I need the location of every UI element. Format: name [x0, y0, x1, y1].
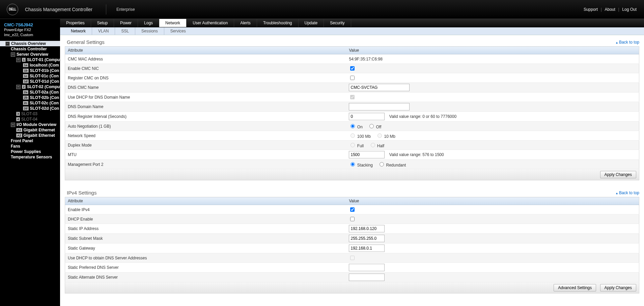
- slot-badge: 3: [16, 112, 20, 116]
- tab-logs[interactable]: Logs: [138, 19, 159, 27]
- tree-item[interactable]: Front Panel: [0, 138, 60, 144]
- tree-label: SLOT-02 (Compute: [27, 84, 60, 90]
- collapse-icon[interactable]: −: [11, 52, 15, 57]
- logout-link[interactable]: Log Out: [622, 7, 637, 12]
- mgmt2-redundant-radio[interactable]: [380, 162, 384, 167]
- collapse-icon[interactable]: −: [5, 42, 10, 46]
- tree-item[interactable]: 1bSLOT-01b (Con: [0, 68, 60, 73]
- tree-item[interactable]: 2bSLOT-02b (Con: [0, 95, 60, 100]
- collapse-icon[interactable]: −: [16, 58, 21, 62]
- tab-troubleshooting[interactable]: Troubleshooting: [257, 19, 299, 27]
- static-ip-input[interactable]: [349, 225, 385, 232]
- location: Imc_e22, Custom: [4, 32, 56, 37]
- subtab-services[interactable]: Services: [164, 27, 192, 35]
- preferred-dns-input[interactable]: [349, 264, 385, 271]
- tab-properties[interactable]: Properties: [60, 19, 91, 27]
- tab-security[interactable]: Security: [324, 19, 351, 27]
- tree-item[interactable]: 2dSLOT-02d (Con: [0, 106, 60, 111]
- register-dns-checkbox[interactable]: [350, 76, 355, 80]
- tab-alerts[interactable]: Alerts: [234, 19, 257, 27]
- row-label: DNS CMC Name: [65, 83, 346, 93]
- tree-item[interactable]: Temperature Sensors: [0, 154, 60, 160]
- slot-badge: A1: [16, 128, 22, 132]
- tree-item[interactable]: A2Gigabit Ethernet: [0, 133, 60, 138]
- tree-label: Front Panel: [11, 138, 33, 144]
- tree-label: Power Supplies: [11, 149, 41, 154]
- tree-item[interactable]: −2SLOT-02 (Compute: [0, 84, 60, 90]
- tree-item[interactable]: −Chassis Overview: [0, 41, 60, 46]
- collapse-icon[interactable]: −: [16, 85, 21, 89]
- row-label: Use DHCP to obtain DNS Server Addresses: [65, 253, 346, 263]
- apply-changes-button[interactable]: Apply Changes: [600, 171, 636, 178]
- tree-item[interactable]: 4SLOT-04: [0, 117, 60, 122]
- tree-item[interactable]: 2aSLOT-02a (Con: [0, 90, 60, 95]
- row-label: Static Alternate DNS Server: [65, 273, 346, 282]
- tree-item[interactable]: −1SLOT-01 (Compute: [0, 57, 60, 62]
- tree-label: SLOT-02a (Con: [30, 90, 59, 95]
- tree-item[interactable]: Power Supplies: [0, 149, 60, 154]
- context-header: CMC-7S6J942 PowerEdge FX2 Imc_e22, Custo…: [0, 19, 60, 40]
- tree-item[interactable]: Chassis Controller: [0, 46, 60, 52]
- enable-nic-checkbox[interactable]: [350, 66, 355, 71]
- subnet-mask-input[interactable]: [349, 235, 385, 242]
- subtab-vlan[interactable]: VLAN: [92, 27, 115, 35]
- tab-network[interactable]: Network: [159, 19, 187, 27]
- slot-badge: 1c: [23, 74, 28, 78]
- dns-domain-input[interactable]: [349, 103, 410, 110]
- tree-item[interactable]: −Server Overview: [0, 52, 60, 57]
- dns-name-input[interactable]: [349, 84, 410, 91]
- dns-interval-input[interactable]: [349, 113, 385, 120]
- ipv4-section-head: IPv4 Settings Back to top: [67, 190, 639, 196]
- tree-item[interactable]: −I/O Module Overview: [0, 122, 60, 127]
- enterprise-label: Enterprise: [106, 4, 135, 15]
- mgmt2-stacking-radio[interactable]: [351, 162, 355, 167]
- content-scroll[interactable]: General Settings Back to top Attribute V…: [60, 35, 644, 306]
- apply-changes-button[interactable]: Apply Changes: [600, 284, 636, 291]
- alternate-dns-input[interactable]: [349, 274, 385, 281]
- back-to-top-link[interactable]: Back to top: [616, 190, 639, 195]
- tab-update[interactable]: Update: [299, 19, 324, 27]
- col-value: Value: [346, 47, 639, 54]
- col-attribute: Attribute: [65, 47, 346, 54]
- ipv4-enable-checkbox[interactable]: [350, 207, 355, 212]
- subtab-sessions[interactable]: Sessions: [135, 27, 164, 35]
- ipv4-title: IPv4 Settings: [67, 190, 96, 196]
- tree-item[interactable]: A1Gigabit Ethernet: [0, 127, 60, 133]
- tree-item[interactable]: 1dSLOT-01d (Con: [0, 79, 60, 84]
- tree-item[interactable]: 1alocalhost (Com: [0, 62, 60, 68]
- tab-user-authentication[interactable]: User Authentication: [187, 19, 234, 27]
- support-link[interactable]: Support: [584, 7, 598, 12]
- tree-item[interactable]: 3SLOT-03: [0, 111, 60, 117]
- back-to-top-link[interactable]: Back to top: [616, 40, 639, 45]
- ipv4-dhcp-checkbox[interactable]: [350, 217, 355, 221]
- tree-item[interactable]: 1cSLOT-01c (Con: [0, 73, 60, 79]
- autoneg-off-radio[interactable]: [369, 124, 374, 128]
- collapse-icon[interactable]: −: [11, 123, 15, 127]
- tree-label: SLOT-02c (Con: [30, 100, 59, 106]
- left-scrollbar[interactable]: [0, 163, 60, 169]
- speed-100-radio: [351, 133, 355, 138]
- mtu-input[interactable]: [349, 151, 385, 158]
- dns-interval-hint: Valid value range: 0 or 60 to 7776000: [389, 114, 456, 119]
- slot-badge: 1a: [23, 63, 28, 67]
- subtab-network[interactable]: Network: [65, 27, 92, 35]
- subtab-ssl[interactable]: SSL: [115, 27, 135, 35]
- advanced-settings-button[interactable]: Advanced Settings: [554, 284, 596, 291]
- autoneg-on-radio[interactable]: [351, 124, 355, 128]
- top-banner: DELL Chassis Management Controller Enter…: [0, 0, 644, 19]
- tree-label: Temperature Sensors: [11, 154, 52, 160]
- tab-power[interactable]: Power: [114, 19, 138, 27]
- ipv4-table: Attribute Value Enable IPv4 DHCP Enable …: [65, 197, 639, 282]
- ipv4-button-bar: Advanced Settings Apply Changes: [65, 282, 639, 294]
- tree-label: Chassis Controller: [11, 46, 47, 52]
- slot-badge: 1: [22, 58, 26, 62]
- row-label: Register CMC on DNS: [65, 73, 346, 83]
- slot-badge: 1b: [23, 69, 29, 73]
- tree-label: SLOT-01d (Con: [30, 79, 59, 84]
- about-link[interactable]: About: [605, 7, 615, 12]
- tree-item[interactable]: Fans: [0, 144, 60, 149]
- gateway-input[interactable]: [349, 245, 385, 252]
- tree-label: SLOT-02d (Con: [30, 106, 59, 111]
- tab-setup[interactable]: Setup: [91, 19, 114, 27]
- tree-item[interactable]: 2cSLOT-02c (Con: [0, 100, 60, 106]
